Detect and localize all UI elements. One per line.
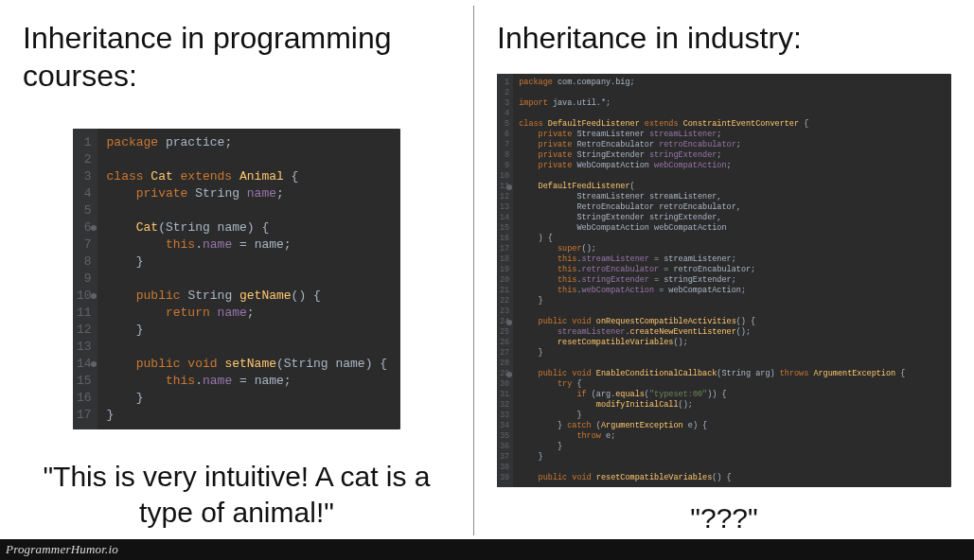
code-source: package com.company.big; import java.uti… (513, 74, 912, 487)
right-caption: "???" (497, 500, 951, 536)
right-code-block: 1 2 3 4 5 6 7 8 9 10 11 12 13 14 15 16 1… (497, 74, 951, 487)
watermark-footer: ProgrammerHumor.io (0, 539, 974, 560)
code-gutter: 1 2 3 4 5 6 7 8 9 10 11 12 13 14 15 16 1… (497, 74, 513, 487)
right-title: Inheritance in industry: (497, 19, 951, 57)
right-code-wrap: 1 2 3 4 5 6 7 8 9 10 11 12 13 14 15 16 1… (497, 74, 951, 487)
code-gutter: 1 2 3 4 5 6 7 8 9 10 11 12 13 14 15 16 1… (73, 129, 97, 429)
left-title: Inheritance in programming courses: (23, 19, 451, 95)
left-code-wrap: 1 2 3 4 5 6 7 8 9 10 11 12 13 14 15 16 1… (23, 112, 451, 446)
code-source: package practice; class Cat extends Anim… (97, 129, 401, 429)
left-code-block: 1 2 3 4 5 6 7 8 9 10 11 12 13 14 15 16 1… (73, 129, 400, 429)
right-panel: Inheritance in industry: 1 2 3 4 5 6 7 8… (474, 0, 974, 539)
left-panel: Inheritance in programming courses: 1 2 … (0, 0, 473, 539)
meme-container: Inheritance in programming courses: 1 2 … (0, 0, 974, 539)
left-caption: "This is very intuitive! A cat is a type… (23, 459, 451, 530)
